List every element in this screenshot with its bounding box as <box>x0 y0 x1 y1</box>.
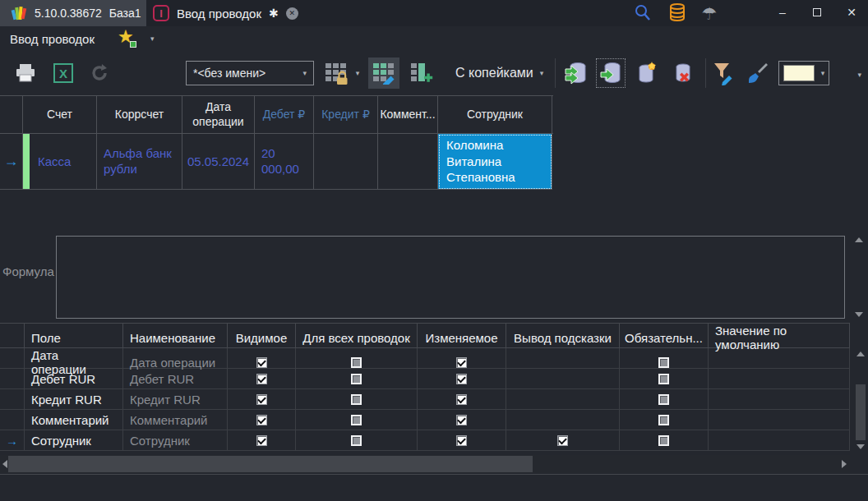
editable-checkbox[interactable] <box>456 415 467 425</box>
required-cell[interactable] <box>620 410 709 430</box>
grid-lock-button[interactable] <box>321 57 352 89</box>
default-value-cell[interactable] <box>709 430 850 450</box>
excel-export-button[interactable]: X <box>48 57 79 89</box>
field-cell[interactable]: Комментарий <box>25 410 123 430</box>
minimize-button[interactable]: – <box>766 0 799 25</box>
kopecks-dropdown[interactable]: С копейками ▾ <box>455 66 543 80</box>
name-cell[interactable]: Кредит RUR <box>123 389 228 409</box>
visible-checkbox[interactable] <box>256 357 267 368</box>
table-row[interactable]: Дебет RURДебет RUR <box>0 369 850 389</box>
required-checkbox[interactable] <box>658 415 669 425</box>
default-value-cell[interactable] <box>709 369 850 388</box>
fields-column-header[interactable]: Видимое <box>228 324 296 352</box>
toolbar-overflow-caret[interactable]: ▾ <box>857 71 861 79</box>
fields-column-header[interactable]: Наименование <box>123 324 228 352</box>
table-row[interactable]: Кредит RURКредит RUR <box>0 389 850 410</box>
cell-corr-account[interactable]: Альфа банк рубли <box>97 134 182 190</box>
tab-close-icon[interactable]: ✕ <box>286 7 298 20</box>
maximize-button[interactable] <box>801 0 833 25</box>
hint-cell[interactable] <box>506 389 620 409</box>
for-all-checkbox[interactable] <box>351 394 362 405</box>
vertical-scrollbar-thumb[interactable] <box>856 384 866 440</box>
formula-scrollbar[interactable] <box>853 237 865 317</box>
fields-column-header[interactable]: Обязательн... <box>620 324 709 352</box>
brush-button[interactable] <box>741 57 772 89</box>
fields-column-header[interactable]: Изменяемое <box>418 324 506 352</box>
table-row[interactable]: Дата операцииДата операции <box>0 348 850 369</box>
color-picker[interactable]: ▾ <box>778 61 829 85</box>
journal-column-header[interactable]: Коррсчет <box>97 96 182 133</box>
for-all-cell[interactable] <box>296 410 418 430</box>
editable-checkbox[interactable] <box>456 394 467 405</box>
horizontal-scrollbar-thumb[interactable] <box>8 456 533 472</box>
required-checkbox[interactable] <box>658 357 669 368</box>
for-all-checkbox[interactable] <box>351 357 362 368</box>
grid-edit-button[interactable] <box>368 57 399 89</box>
filter-edit-button[interactable] <box>708 57 739 89</box>
search-button[interactable] <box>632 3 653 23</box>
print-button[interactable] <box>10 57 41 89</box>
editable-checkbox[interactable] <box>456 357 467 368</box>
editable-cell[interactable] <box>418 410 506 430</box>
editable-cell[interactable] <box>418 369 506 388</box>
scroll-up-icon[interactable] <box>856 352 865 356</box>
fields-column-header[interactable]: Значение по умолчанию <box>709 324 850 352</box>
layout-combobox[interactable]: *<без имени> ▾ <box>186 61 314 85</box>
journal-row[interactable]: → Касса Альфа банк рубли 05.05.2024 20 0… <box>0 134 553 187</box>
for-all-checkbox[interactable] <box>351 374 362 384</box>
name-cell[interactable]: Сотрудник <box>123 430 228 450</box>
cell-credit[interactable] <box>314 134 378 190</box>
field-cell[interactable]: Сотрудник <box>25 430 123 450</box>
journal-column-header[interactable]: Дата операции <box>182 96 255 133</box>
favorite-dropdown-caret[interactable]: ▾ <box>150 34 155 43</box>
editable-checkbox[interactable] <box>456 435 467 446</box>
scroll-up-icon[interactable] <box>855 237 863 242</box>
hint-cell[interactable] <box>506 410 620 430</box>
cell-comment[interactable] <box>378 134 438 190</box>
fields-column-header[interactable]: Для всех проводок <box>296 324 418 352</box>
db-new-button[interactable] <box>631 57 663 89</box>
vertical-scrollbar[interactable] <box>855 349 867 453</box>
fields-column-header[interactable]: Поле <box>25 324 123 352</box>
visible-checkbox[interactable] <box>256 435 267 446</box>
db-delete-button[interactable] <box>667 57 699 89</box>
field-cell[interactable]: Дебет RUR <box>25 369 123 388</box>
visible-cell[interactable] <box>228 430 296 450</box>
field-cell[interactable]: Кредит RUR <box>25 389 123 409</box>
for-all-cell[interactable] <box>296 369 418 388</box>
scroll-left-icon[interactable] <box>2 460 7 468</box>
required-checkbox[interactable] <box>658 435 669 446</box>
table-row[interactable]: →СотрудникСотрудник <box>0 430 850 451</box>
tab-vvod-provodok[interactable]: I Ввод проводок ✱ ✕ <box>153 0 298 26</box>
cell-employee-selected[interactable]: Коломина Виталина Степановна <box>438 134 552 190</box>
favorite-button[interactable]: ★ <box>118 29 137 48</box>
journal-column-header[interactable]: Коммент... <box>378 96 438 133</box>
editable-cell[interactable] <box>418 389 506 409</box>
journal-column-header[interactable]: Кредит ₽ <box>314 96 378 133</box>
name-cell[interactable]: Дебет RUR <box>123 369 228 388</box>
required-checkbox[interactable] <box>658 374 669 384</box>
default-value-cell[interactable] <box>709 410 850 430</box>
for-all-checkbox[interactable] <box>351 435 362 446</box>
visible-cell[interactable] <box>228 369 296 388</box>
scroll-down-icon[interactable] <box>855 312 863 317</box>
umbrella-button[interactable]: ☂ <box>699 3 720 23</box>
db-export-button[interactable] <box>595 57 626 89</box>
editable-checkbox[interactable] <box>456 374 467 384</box>
for-all-cell[interactable] <box>296 430 418 450</box>
grid-add-column-button[interactable] <box>406 57 437 89</box>
cell-account[interactable]: Касса <box>23 134 97 190</box>
required-cell[interactable] <box>620 430 709 450</box>
visible-cell[interactable] <box>228 389 296 409</box>
fields-column-header[interactable]: Вывод подсказки <box>506 324 620 352</box>
name-cell[interactable]: Комментарий <box>123 410 228 430</box>
close-button[interactable]: ✕ <box>835 0 868 25</box>
scroll-down-icon[interactable] <box>856 444 865 449</box>
for-all-checkbox[interactable] <box>351 415 362 425</box>
refresh-button[interactable] <box>84 57 115 89</box>
hint-checkbox[interactable] <box>557 435 568 446</box>
journal-column-header[interactable]: Счет <box>23 96 97 133</box>
database-button[interactable] <box>667 3 688 23</box>
visible-cell[interactable] <box>228 410 296 430</box>
cell-operation-date[interactable]: 05.05.2024 <box>182 134 255 190</box>
